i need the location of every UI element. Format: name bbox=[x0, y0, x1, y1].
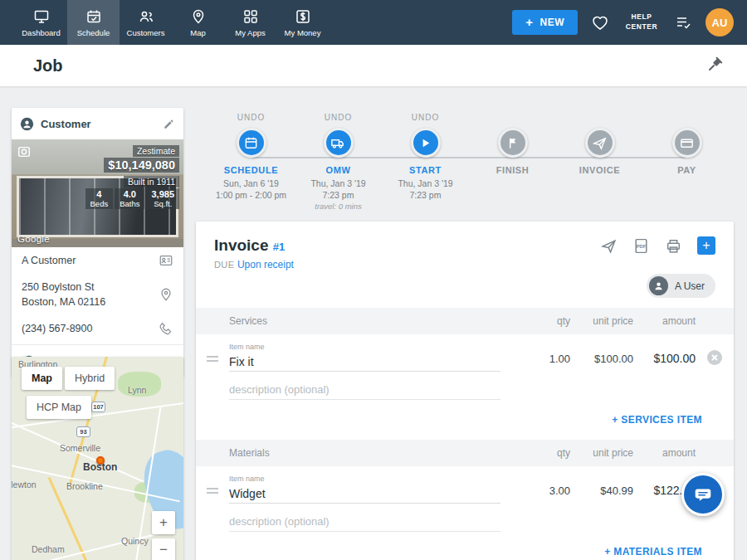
material-qty[interactable]: 3.00 bbox=[512, 485, 570, 504]
truck-icon bbox=[330, 135, 346, 151]
nav-item-dashboard[interactable]: Dashboard bbox=[15, 0, 67, 45]
map-type-button[interactable]: Map bbox=[22, 367, 62, 390]
zoom-out-button[interactable]: − bbox=[152, 538, 175, 560]
zoom-in-button[interactable]: + bbox=[152, 511, 175, 534]
activity-list-icon[interactable] bbox=[674, 13, 692, 32]
customer-icon bbox=[20, 117, 34, 131]
undo-link[interactable]: UNDO bbox=[325, 113, 352, 128]
service-qty[interactable]: 1.00 bbox=[512, 353, 570, 372]
nav-item-customers[interactable]: Customers bbox=[120, 0, 172, 45]
location-pin-icon[interactable] bbox=[159, 287, 173, 302]
zestimate-label: Zestimate bbox=[133, 145, 179, 157]
add-service-row: + SERVICES ITEM bbox=[196, 403, 734, 440]
beds-stat: 4Beds bbox=[85, 188, 114, 209]
undo-link[interactable]: UNDO bbox=[412, 113, 439, 128]
job-location-marker[interactable] bbox=[96, 456, 105, 465]
invoice-card: Invoice #1 PDF + DUE Upon receipt bbox=[196, 222, 734, 560]
service-name-input[interactable] bbox=[229, 353, 500, 372]
material-name-input[interactable] bbox=[229, 485, 500, 504]
credit-card-icon bbox=[679, 135, 695, 151]
amount-column-header: amount bbox=[633, 315, 696, 327]
streetview-icon[interactable] bbox=[17, 144, 32, 159]
due-terms-link[interactable]: Upon receipt bbox=[237, 259, 294, 270]
qty-column-header: qty bbox=[512, 447, 570, 459]
calendar-icon bbox=[243, 135, 259, 151]
step-label: INVOICE bbox=[579, 165, 620, 175]
material-description-input[interactable] bbox=[229, 512, 500, 532]
apps-grid-icon bbox=[242, 8, 259, 25]
add-service-item-link[interactable]: + SERVICES ITEM bbox=[612, 414, 702, 426]
dashboard-icon bbox=[33, 8, 50, 25]
remove-service-button[interactable] bbox=[707, 350, 722, 365]
pdf-icon[interactable]: PDF bbox=[632, 237, 650, 255]
phone-icon[interactable] bbox=[159, 321, 173, 336]
step-date: Thu, Jan 3 '197:23 pm bbox=[310, 178, 365, 201]
assigned-user-name: A User bbox=[675, 280, 705, 292]
customer-card: Customer Zestimate $10,149,080 Built in … bbox=[12, 108, 183, 377]
material-unit-price[interactable]: $40.99 bbox=[570, 485, 633, 504]
map-label: Lynn bbox=[128, 385, 146, 395]
send-invoice-icon[interactable] bbox=[600, 237, 618, 255]
material-description-row bbox=[196, 504, 734, 535]
drag-handle-icon[interactable] bbox=[207, 356, 218, 372]
item-name-label: Item name bbox=[229, 475, 512, 483]
new-button[interactable]: + NEW bbox=[512, 10, 578, 35]
top-nav: Dashboard Schedule Customers Map My Apps… bbox=[0, 0, 747, 45]
property-photo[interactable]: Zestimate $10,149,080 Built in 1911 4Bed… bbox=[12, 139, 183, 247]
map-canvas[interactable]: Burlington Lynn Somerville Boston Newton… bbox=[12, 357, 183, 560]
send-plane-icon bbox=[592, 135, 608, 151]
user-avatar[interactable]: AU bbox=[706, 8, 734, 37]
highway-shield: 93 bbox=[76, 426, 90, 437]
customer-phone-row: (234) 567-8900 bbox=[12, 315, 183, 342]
drag-handle-icon[interactable] bbox=[207, 488, 218, 504]
add-material-item-link[interactable]: + MATERIALS ITEM bbox=[604, 546, 702, 558]
omw-step-button[interactable] bbox=[324, 128, 354, 158]
print-icon[interactable] bbox=[665, 237, 682, 255]
contact-card-icon[interactable] bbox=[159, 253, 173, 268]
property-stats: 4Beds 4.0Baths 3,985Sq.ft. bbox=[85, 188, 179, 209]
schedule-step-button[interactable] bbox=[237, 128, 266, 158]
service-description-input[interactable] bbox=[229, 380, 500, 400]
schedule-icon bbox=[85, 8, 102, 25]
invoice-number[interactable]: #1 bbox=[273, 241, 285, 260]
pay-step-button[interactable] bbox=[672, 128, 702, 158]
materials-section-header: Materials qty unit price amount bbox=[196, 440, 734, 466]
amount-column-header: amount bbox=[633, 447, 696, 459]
customer-phone: (234) 567-8900 bbox=[22, 321, 159, 336]
service-unit-price[interactable]: $100.00 bbox=[570, 353, 633, 372]
services-section-header: Services qty unit price amount bbox=[196, 308, 734, 334]
finish-step-button[interactable] bbox=[498, 128, 528, 158]
nav-item-map[interactable]: Map bbox=[172, 0, 224, 45]
assigned-user-chip[interactable]: A User bbox=[647, 274, 715, 298]
step-date: Thu, Jan 3 '197:23 pm bbox=[398, 178, 452, 201]
customer-card-title: Customer bbox=[41, 118, 156, 130]
hcp-map-button[interactable]: HCP Map bbox=[27, 396, 91, 419]
heart-icon[interactable] bbox=[591, 13, 609, 32]
service-name-cell: Item name bbox=[229, 343, 512, 372]
job-tools-icon[interactable] bbox=[704, 56, 724, 75]
undo-link[interactable]: UNDO bbox=[237, 113, 265, 128]
nav-label: My Money bbox=[285, 28, 321, 37]
nav-label: Map bbox=[190, 28, 205, 37]
start-step-button[interactable] bbox=[411, 128, 441, 158]
google-watermark: Google bbox=[17, 234, 50, 244]
add-invoice-button[interactable]: + bbox=[697, 236, 715, 255]
nav-item-schedule[interactable]: Schedule bbox=[67, 0, 120, 45]
content-area: Customer Zestimate $10,149,080 Built in … bbox=[0, 86, 747, 560]
svg-text:PDF: PDF bbox=[637, 243, 647, 248]
plus-icon: + bbox=[525, 18, 533, 27]
help-center-link[interactable]: HELP CENTER bbox=[622, 12, 661, 32]
chat-bubble-button[interactable] bbox=[681, 473, 725, 516]
edit-pencil-icon[interactable] bbox=[163, 118, 175, 130]
hybrid-type-button[interactable]: Hybrid bbox=[65, 367, 115, 390]
unit-price-column-header: unit price bbox=[570, 315, 633, 327]
service-description-row bbox=[196, 372, 734, 403]
map-label: Newton bbox=[12, 480, 37, 489]
nav-item-my-apps[interactable]: My Apps bbox=[224, 0, 276, 45]
customer-name: A Customer bbox=[22, 253, 159, 268]
nav-item-my-money[interactable]: My Money bbox=[276, 0, 329, 45]
page-title: Job bbox=[33, 56, 704, 75]
page-header: Job bbox=[0, 45, 747, 86]
invoice-step-button[interactable] bbox=[585, 128, 615, 158]
qty-column-header: qty bbox=[512, 315, 570, 327]
